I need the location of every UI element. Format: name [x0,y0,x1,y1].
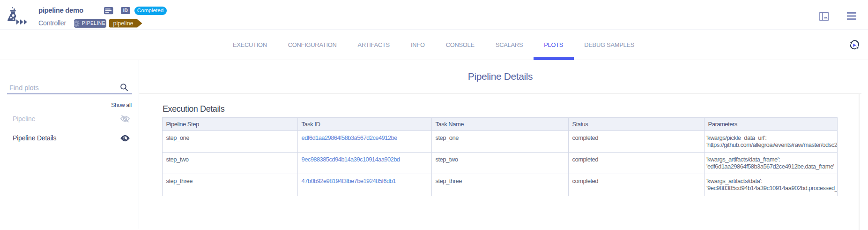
svg-text:pipeline: pipeline [113,20,133,27]
